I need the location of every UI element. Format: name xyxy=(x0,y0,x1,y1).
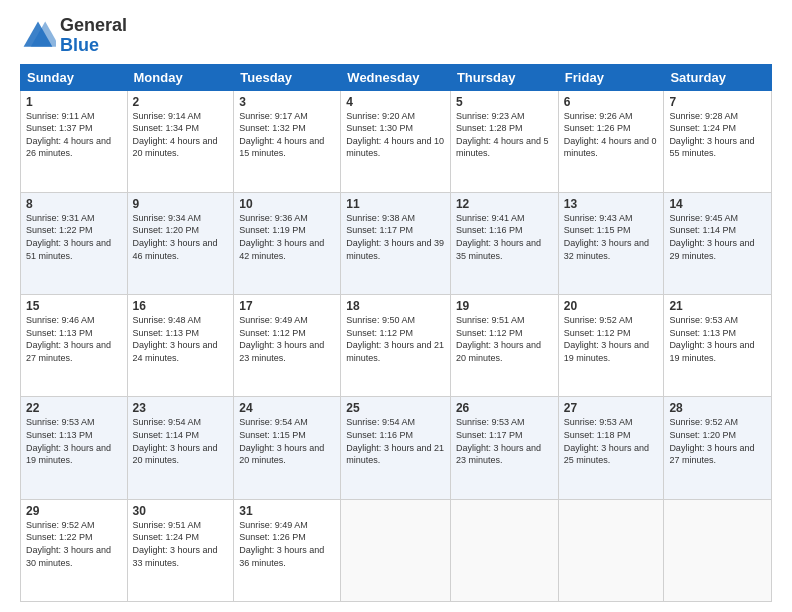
page: General Blue SundayMondayTuesdayWednesda… xyxy=(0,0,792,612)
calendar-cell: 27Sunrise: 9:53 AMSunset: 1:18 PMDayligh… xyxy=(558,397,664,499)
calendar-cell: 22Sunrise: 9:53 AMSunset: 1:13 PMDayligh… xyxy=(21,397,128,499)
day-info: Sunrise: 9:53 AMSunset: 1:18 PMDaylight:… xyxy=(564,416,659,466)
day-number: 16 xyxy=(133,299,229,313)
day-number: 4 xyxy=(346,95,445,109)
calendar-body: 1Sunrise: 9:11 AMSunset: 1:37 PMDaylight… xyxy=(21,90,772,601)
calendar-cell: 25Sunrise: 9:54 AMSunset: 1:16 PMDayligh… xyxy=(341,397,451,499)
calendar-cell xyxy=(341,499,451,601)
day-number: 6 xyxy=(564,95,659,109)
day-number: 27 xyxy=(564,401,659,415)
day-number: 20 xyxy=(564,299,659,313)
calendar-cell: 28Sunrise: 9:52 AMSunset: 1:20 PMDayligh… xyxy=(664,397,772,499)
header-day-sunday: Sunday xyxy=(21,64,128,90)
day-number: 31 xyxy=(239,504,335,518)
calendar-cell: 14Sunrise: 9:45 AMSunset: 1:14 PMDayligh… xyxy=(664,192,772,294)
calendar-cell: 6Sunrise: 9:26 AMSunset: 1:26 PMDaylight… xyxy=(558,90,664,192)
day-info: Sunrise: 9:26 AMSunset: 1:26 PMDaylight:… xyxy=(564,110,659,160)
day-info: Sunrise: 9:45 AMSunset: 1:14 PMDaylight:… xyxy=(669,212,766,262)
calendar-cell: 31Sunrise: 9:49 AMSunset: 1:26 PMDayligh… xyxy=(234,499,341,601)
logo-text-general: General xyxy=(60,16,127,36)
calendar-cell: 23Sunrise: 9:54 AMSunset: 1:14 PMDayligh… xyxy=(127,397,234,499)
calendar-cell: 15Sunrise: 9:46 AMSunset: 1:13 PMDayligh… xyxy=(21,295,128,397)
day-info: Sunrise: 9:20 AMSunset: 1:30 PMDaylight:… xyxy=(346,110,445,160)
day-info: Sunrise: 9:53 AMSunset: 1:13 PMDaylight:… xyxy=(26,416,122,466)
day-number: 8 xyxy=(26,197,122,211)
calendar-cell: 17Sunrise: 9:49 AMSunset: 1:12 PMDayligh… xyxy=(234,295,341,397)
header-day-saturday: Saturday xyxy=(664,64,772,90)
calendar-cell: 19Sunrise: 9:51 AMSunset: 1:12 PMDayligh… xyxy=(450,295,558,397)
day-number: 1 xyxy=(26,95,122,109)
day-number: 13 xyxy=(564,197,659,211)
calendar-week-row: 29Sunrise: 9:52 AMSunset: 1:22 PMDayligh… xyxy=(21,499,772,601)
header-day-monday: Monday xyxy=(127,64,234,90)
day-info: Sunrise: 9:46 AMSunset: 1:13 PMDaylight:… xyxy=(26,314,122,364)
calendar-header-row: SundayMondayTuesdayWednesdayThursdayFrid… xyxy=(21,64,772,90)
calendar-cell: 24Sunrise: 9:54 AMSunset: 1:15 PMDayligh… xyxy=(234,397,341,499)
day-number: 2 xyxy=(133,95,229,109)
day-info: Sunrise: 9:41 AMSunset: 1:16 PMDaylight:… xyxy=(456,212,553,262)
calendar-cell: 26Sunrise: 9:53 AMSunset: 1:17 PMDayligh… xyxy=(450,397,558,499)
calendar-cell: 7Sunrise: 9:28 AMSunset: 1:24 PMDaylight… xyxy=(664,90,772,192)
day-number: 30 xyxy=(133,504,229,518)
calendar-cell: 12Sunrise: 9:41 AMSunset: 1:16 PMDayligh… xyxy=(450,192,558,294)
day-number: 17 xyxy=(239,299,335,313)
header-day-thursday: Thursday xyxy=(450,64,558,90)
calendar-table: SundayMondayTuesdayWednesdayThursdayFrid… xyxy=(20,64,772,602)
day-info: Sunrise: 9:53 AMSunset: 1:13 PMDaylight:… xyxy=(669,314,766,364)
calendar-cell: 18Sunrise: 9:50 AMSunset: 1:12 PMDayligh… xyxy=(341,295,451,397)
calendar-cell: 21Sunrise: 9:53 AMSunset: 1:13 PMDayligh… xyxy=(664,295,772,397)
day-number: 3 xyxy=(239,95,335,109)
calendar-cell: 13Sunrise: 9:43 AMSunset: 1:15 PMDayligh… xyxy=(558,192,664,294)
calendar-week-row: 22Sunrise: 9:53 AMSunset: 1:13 PMDayligh… xyxy=(21,397,772,499)
calendar-cell: 10Sunrise: 9:36 AMSunset: 1:19 PMDayligh… xyxy=(234,192,341,294)
day-number: 18 xyxy=(346,299,445,313)
day-number: 12 xyxy=(456,197,553,211)
day-info: Sunrise: 9:36 AMSunset: 1:19 PMDaylight:… xyxy=(239,212,335,262)
logo: General Blue xyxy=(20,16,127,56)
day-info: Sunrise: 9:17 AMSunset: 1:32 PMDaylight:… xyxy=(239,110,335,160)
day-info: Sunrise: 9:49 AMSunset: 1:12 PMDaylight:… xyxy=(239,314,335,364)
day-number: 19 xyxy=(456,299,553,313)
header-day-tuesday: Tuesday xyxy=(234,64,341,90)
day-info: Sunrise: 9:11 AMSunset: 1:37 PMDaylight:… xyxy=(26,110,122,160)
day-info: Sunrise: 9:53 AMSunset: 1:17 PMDaylight:… xyxy=(456,416,553,466)
day-number: 28 xyxy=(669,401,766,415)
day-info: Sunrise: 9:31 AMSunset: 1:22 PMDaylight:… xyxy=(26,212,122,262)
day-info: Sunrise: 9:28 AMSunset: 1:24 PMDaylight:… xyxy=(669,110,766,160)
day-info: Sunrise: 9:54 AMSunset: 1:15 PMDaylight:… xyxy=(239,416,335,466)
header-day-wednesday: Wednesday xyxy=(341,64,451,90)
day-number: 11 xyxy=(346,197,445,211)
calendar-week-row: 8Sunrise: 9:31 AMSunset: 1:22 PMDaylight… xyxy=(21,192,772,294)
calendar-cell: 11Sunrise: 9:38 AMSunset: 1:17 PMDayligh… xyxy=(341,192,451,294)
day-number: 24 xyxy=(239,401,335,415)
day-info: Sunrise: 9:51 AMSunset: 1:24 PMDaylight:… xyxy=(133,519,229,569)
day-info: Sunrise: 9:23 AMSunset: 1:28 PMDaylight:… xyxy=(456,110,553,160)
day-number: 26 xyxy=(456,401,553,415)
day-info: Sunrise: 9:34 AMSunset: 1:20 PMDaylight:… xyxy=(133,212,229,262)
logo-icon xyxy=(20,18,56,54)
day-number: 22 xyxy=(26,401,122,415)
day-info: Sunrise: 9:43 AMSunset: 1:15 PMDaylight:… xyxy=(564,212,659,262)
calendar-cell: 1Sunrise: 9:11 AMSunset: 1:37 PMDaylight… xyxy=(21,90,128,192)
day-info: Sunrise: 9:50 AMSunset: 1:12 PMDaylight:… xyxy=(346,314,445,364)
header-day-friday: Friday xyxy=(558,64,664,90)
day-info: Sunrise: 9:52 AMSunset: 1:20 PMDaylight:… xyxy=(669,416,766,466)
calendar-cell: 16Sunrise: 9:48 AMSunset: 1:13 PMDayligh… xyxy=(127,295,234,397)
day-number: 5 xyxy=(456,95,553,109)
calendar-cell: 9Sunrise: 9:34 AMSunset: 1:20 PMDaylight… xyxy=(127,192,234,294)
day-number: 7 xyxy=(669,95,766,109)
day-number: 29 xyxy=(26,504,122,518)
day-info: Sunrise: 9:48 AMSunset: 1:13 PMDaylight:… xyxy=(133,314,229,364)
day-number: 21 xyxy=(669,299,766,313)
calendar-cell xyxy=(664,499,772,601)
day-number: 9 xyxy=(133,197,229,211)
calendar-cell: 8Sunrise: 9:31 AMSunset: 1:22 PMDaylight… xyxy=(21,192,128,294)
header: General Blue xyxy=(20,16,772,56)
calendar-week-row: 15Sunrise: 9:46 AMSunset: 1:13 PMDayligh… xyxy=(21,295,772,397)
calendar-cell: 2Sunrise: 9:14 AMSunset: 1:34 PMDaylight… xyxy=(127,90,234,192)
calendar-cell: 3Sunrise: 9:17 AMSunset: 1:32 PMDaylight… xyxy=(234,90,341,192)
day-info: Sunrise: 9:54 AMSunset: 1:14 PMDaylight:… xyxy=(133,416,229,466)
calendar-cell xyxy=(558,499,664,601)
day-info: Sunrise: 9:49 AMSunset: 1:26 PMDaylight:… xyxy=(239,519,335,569)
calendar-cell: 4Sunrise: 9:20 AMSunset: 1:30 PMDaylight… xyxy=(341,90,451,192)
